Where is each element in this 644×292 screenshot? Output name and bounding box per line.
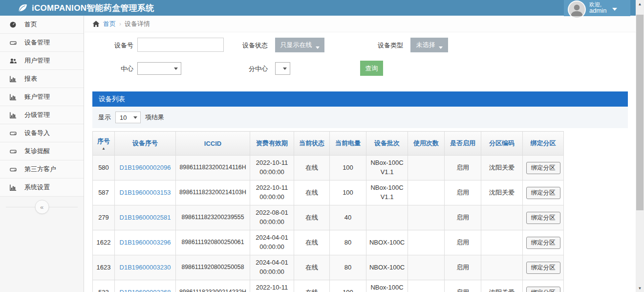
center-select[interactable]	[137, 62, 181, 75]
vertical-scrollbar[interactable]: ▲ ▼	[636, 0, 644, 292]
device-type-dropdown[interactable]: 未选择	[410, 38, 448, 52]
chevron-down-icon	[283, 67, 287, 70]
dashboard-icon	[9, 21, 17, 28]
device-serial-link[interactable]: D1B19600002581	[120, 214, 171, 221]
user-menu[interactable]: 欢迎, admin	[564, 0, 630, 16]
device-serial-link[interactable]: D1B19600003230	[120, 264, 171, 271]
sidebar-item-label: 首页	[24, 20, 37, 29]
sidebar: 首页设备管理用户管理报表账户管理分级管理设备导入复诊提醒第三方客户系统设置 «	[0, 16, 84, 292]
cell-status: 在线	[294, 205, 330, 230]
scroll-down-icon[interactable]: ▼	[636, 284, 644, 292]
cell-serial: D1B19600003296	[115, 230, 176, 255]
sort-asc-icon: ▲	[94, 147, 113, 150]
cell-no: 1623	[93, 255, 115, 280]
cell-batch: NBox-100C V1.1	[366, 180, 408, 205]
column-header[interactable]: ICCID	[176, 132, 250, 156]
cell-partition	[481, 230, 523, 255]
cell-batch: NBox-100C V1.1	[366, 280, 408, 292]
device-serial-link[interactable]: D1B19600003153	[120, 189, 171, 196]
cell-enabled: 启用	[445, 180, 481, 205]
collapse-sidebar-button[interactable]: «	[35, 200, 49, 214]
sidebar-item-device-import[interactable]: 设备导入	[0, 124, 84, 142]
page-size-value: 10	[120, 114, 127, 121]
scroll-up-icon[interactable]: ▲	[636, 0, 644, 8]
device-no-label: 设备号	[109, 41, 133, 50]
sidebar-item-home[interactable]: 首页	[0, 16, 84, 34]
page-size-select[interactable]: 10	[115, 112, 141, 123]
bind-partition-button[interactable]: 绑定分区	[526, 287, 560, 292]
cell-enabled: 启用	[445, 156, 481, 180]
table-body: 580D1B196000020968986111823200214116H202…	[93, 156, 564, 292]
column-header[interactable]: 当前电量	[330, 132, 366, 156]
sidebar-item-reports[interactable]: 报表	[0, 70, 84, 88]
cell-status: 在线	[294, 280, 330, 292]
cell-serial: D1B19600003153	[115, 180, 176, 205]
cell-no: 1622	[93, 230, 115, 255]
cell-use_count	[408, 280, 445, 292]
breadcrumb-current: 设备详情	[125, 20, 150, 28]
sidebar-item-label: 报表	[24, 74, 37, 83]
column-header[interactable]: 设备批次	[366, 132, 408, 156]
hdd-icon	[9, 129, 17, 137]
cell-partition: 沈阳关爱	[481, 180, 523, 205]
bind-partition-button[interactable]: 绑定分区	[526, 187, 560, 199]
table-row: 587D1B196000031538986111823200214103H202…	[93, 180, 564, 205]
device-status-dropdown[interactable]: 只显示在线	[275, 38, 324, 52]
cell-iccid: 8986111823200214116H	[176, 156, 250, 180]
device-serial-link[interactable]: D1B19600002096	[120, 164, 171, 171]
sidebar-item-account-management[interactable]: 账户管理	[0, 88, 84, 106]
hdd-icon	[9, 165, 17, 173]
sidebar-item-followup-reminder[interactable]: 复诊提醒	[0, 142, 84, 160]
sidebar-item-label: 设备管理	[24, 38, 50, 47]
main-content: 首页 › 设备详情 设备号 设备状态 只显示在线 设备类型 未选择 中心 分中心…	[85, 16, 636, 292]
column-header[interactable]: 绑定分区	[523, 132, 564, 156]
device-list-panel: 设备列表 显示 10 项结果 序号▲设备序号ICCID资费有效期当前状态当前电量…	[92, 91, 628, 292]
table-row: 1623D1B196000032308986111920800250058202…	[93, 255, 564, 280]
cell-use_count	[408, 156, 445, 180]
cell-batch: NBOX-100C	[366, 255, 408, 280]
breadcrumb-home-link[interactable]: 首页	[103, 20, 116, 28]
column-header[interactable]: 设备序号	[115, 132, 176, 156]
bind-partition-button[interactable]: 绑定分区	[526, 212, 560, 224]
sidebar-menu: 首页设备管理用户管理报表账户管理分级管理设备导入复诊提醒第三方客户系统设置	[0, 16, 84, 197]
device-serial-link[interactable]: D1B19600003296	[120, 239, 171, 246]
device-serial-link[interactable]: D1B19600003268	[120, 289, 171, 292]
search-button[interactable]: 查询	[360, 61, 383, 76]
cell-serial: D1B19600003230	[115, 255, 176, 280]
cell-no: 580	[93, 156, 115, 180]
cell-no: 587	[93, 180, 115, 205]
subcenter-select[interactable]	[275, 62, 290, 75]
scrollbar-thumb[interactable]	[636, 15, 644, 210]
cell-status: 在线	[294, 255, 330, 280]
cell-battery: 100	[330, 280, 366, 292]
cell-partition	[481, 255, 523, 280]
cell-enabled: 启用	[445, 230, 481, 255]
sidebar-item-user-management[interactable]: 用户管理	[0, 52, 84, 70]
brand: iCOMPANION智能药盒管理系统	[18, 0, 154, 16]
chart-icon	[9, 75, 17, 83]
device-no-input[interactable]	[137, 38, 224, 52]
cell-valid: 2022-10-11 00:00:00	[250, 156, 294, 180]
column-header[interactable]: 使用次数	[408, 132, 445, 156]
bind-partition-button[interactable]: 绑定分区	[526, 237, 560, 249]
breadcrumb-separator: ›	[119, 21, 121, 27]
sidebar-item-third-party-customer[interactable]: 第三方客户	[0, 160, 84, 179]
table-header-row: 序号▲设备序号ICCID资费有效期当前状态当前电量设备批次使用次数是否启用分区编…	[93, 132, 564, 156]
sidebar-item-system-settings[interactable]: 系统设置	[0, 179, 84, 197]
cell-enabled: 启用	[445, 255, 481, 280]
table-row: 580D1B196000020968986111823200214116H202…	[93, 156, 564, 180]
bind-partition-button[interactable]: 绑定分区	[526, 162, 560, 174]
table-length-toolbar: 显示 10 项结果	[92, 107, 628, 128]
bind-partition-button[interactable]: 绑定分区	[526, 262, 560, 274]
table-row: 1622D1B196000032968986111920800250061202…	[93, 230, 564, 255]
sidebar-item-label: 第三方客户	[24, 165, 56, 174]
column-header[interactable]: 当前状态	[294, 132, 330, 156]
sidebar-item-grading-management[interactable]: 分级管理	[0, 106, 84, 124]
column-header[interactable]: 序号▲	[93, 132, 115, 156]
column-header[interactable]: 资费有效期	[250, 132, 294, 156]
cell-no: 533	[93, 280, 115, 292]
column-header[interactable]: 分区编码	[481, 132, 523, 156]
sidebar-item-device-management[interactable]: 设备管理	[0, 34, 84, 52]
column-header[interactable]: 是否启用	[445, 132, 481, 156]
cell-valid: 2024-04-01 00:00:00	[250, 255, 294, 280]
